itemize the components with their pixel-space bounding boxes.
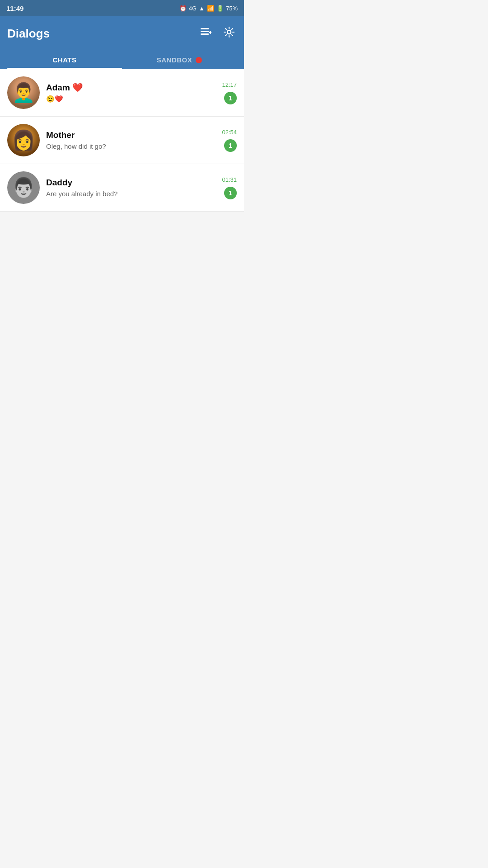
- chat-preview-mother: Oleg, how did it go?: [46, 142, 216, 150]
- svg-rect-1: [201, 31, 209, 32]
- compose-icon: [200, 26, 211, 38]
- chat-content-adam: Adam ❤️ 😉❤️: [46, 82, 216, 103]
- tab-chats[interactable]: CHATS: [7, 51, 122, 69]
- settings-button[interactable]: [221, 24, 237, 42]
- svg-point-5: [227, 30, 231, 34]
- svg-rect-4: [210, 31, 211, 34]
- compose-button[interactable]: [198, 24, 213, 42]
- gear-icon: [223, 26, 235, 38]
- chat-name-daddy: Daddy: [46, 178, 216, 188]
- status-indicators: ⏰ 4G ▲ 📶 🔋 75%: [179, 5, 238, 12]
- chat-list: Adam ❤️ 😉❤️ 12:17 1 Mother Oleg, how did…: [0, 69, 244, 212]
- network-label: 4G: [189, 5, 197, 12]
- avatar-mother: [7, 124, 40, 156]
- status-time: 11:49: [6, 5, 23, 12]
- unread-badge-adam: 1: [224, 92, 237, 104]
- signal-x-icon: 📶: [207, 5, 214, 12]
- svg-rect-0: [201, 28, 209, 29]
- chat-time-daddy: 01:31: [222, 176, 237, 183]
- avatar-adam: [7, 76, 40, 109]
- sandbox-notification-dot: [196, 57, 202, 63]
- chat-name-mother: Mother: [46, 130, 216, 140]
- chat-meta-mother: 02:54 1: [222, 129, 237, 152]
- chat-item-mother[interactable]: Mother Oleg, how did it go? 02:54 1: [0, 117, 244, 164]
- battery-icon: 🔋: [216, 5, 224, 12]
- signal-icon: ▲: [199, 5, 205, 12]
- chat-preview-daddy: Are you already in bed?: [46, 190, 216, 198]
- chat-preview-adam: 😉❤️: [46, 95, 216, 103]
- avatar-daddy: [7, 171, 40, 204]
- unread-badge-daddy: 1: [224, 187, 237, 199]
- tab-sandbox[interactable]: SANDBOX: [122, 51, 237, 69]
- unread-badge-mother: 1: [224, 139, 237, 152]
- chat-meta-adam: 12:17 1: [222, 81, 237, 104]
- chat-meta-daddy: 01:31 1: [222, 176, 237, 199]
- svg-rect-2: [201, 33, 209, 35]
- battery-percent: 75%: [226, 5, 238, 12]
- header-actions: [198, 24, 237, 42]
- chat-item-daddy[interactable]: Daddy Are you already in bed? 01:31 1: [0, 164, 244, 212]
- chat-content-daddy: Daddy Are you already in bed?: [46, 178, 216, 198]
- alarm-icon: ⏰: [179, 5, 187, 12]
- chat-name-adam: Adam ❤️: [46, 82, 216, 93]
- header: Dialogs CHATS: [0, 16, 244, 69]
- tabs-bar: CHATS SANDBOX: [7, 51, 237, 69]
- chat-content-mother: Mother Oleg, how did it go?: [46, 130, 216, 150]
- chat-item-adam[interactable]: Adam ❤️ 😉❤️ 12:17 1: [0, 69, 244, 117]
- page-title: Dialogs: [7, 27, 50, 41]
- chat-time-mother: 02:54: [222, 129, 237, 136]
- chat-time-adam: 12:17: [222, 81, 237, 88]
- status-bar: 11:49 ⏰ 4G ▲ 📶 🔋 75%: [0, 0, 244, 16]
